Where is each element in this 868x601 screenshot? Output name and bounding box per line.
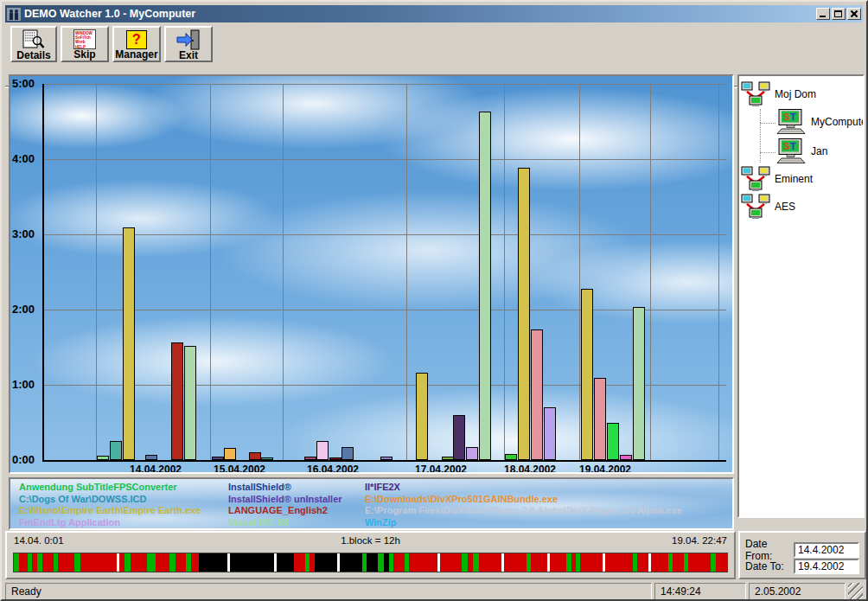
date-range-panel: Date From: Date To:	[738, 531, 866, 579]
timeline-segment	[147, 553, 156, 572]
usage-bar-14.04.2002	[123, 227, 135, 460]
legend-entry: E:\Downloads\DivXPro501GAINBundle.exe	[365, 494, 732, 506]
v-gridline	[650, 84, 651, 460]
date-to-input[interactable]	[794, 559, 859, 574]
minimize-icon	[820, 16, 826, 17]
timeline-segment	[156, 553, 169, 572]
usage-bar-14.04.2002	[110, 441, 122, 460]
v-gridline	[579, 84, 580, 460]
tree-item-label: Eminent	[775, 173, 813, 185]
tree-item-label: AES	[775, 201, 795, 213]
timeline-segment	[393, 553, 405, 572]
tree-item-jan[interactable]: S T Jan	[775, 138, 827, 164]
x-axis-line	[42, 460, 726, 462]
close-button[interactable]	[847, 8, 861, 20]
usage-chart-panel: 0:001:002:003:004:005:0014.04.200215.04.…	[9, 74, 734, 474]
timeline-segment	[176, 553, 187, 572]
legend-entry: E:\Misno\Empire Earth\Empire Earth.exe	[19, 505, 220, 517]
usage-bar-15.04.2002	[261, 457, 273, 460]
x-axis-date-label: 17.04.2002	[415, 464, 467, 472]
timeline-segment	[504, 553, 527, 572]
svg-text:S: S	[783, 141, 789, 151]
timeline-segment	[80, 553, 117, 572]
network-icon	[741, 81, 770, 107]
usage-bar-19.04.2002	[581, 289, 593, 460]
v-gridline	[96, 84, 97, 460]
svg-text:T: T	[790, 112, 796, 122]
usage-bar-18.04.2002	[544, 407, 556, 460]
y-axis-tick: 5:00	[12, 77, 41, 90]
legend-entry: C:\Dogs Of War\DOWSS.ICD	[19, 494, 220, 506]
resize-grip[interactable]	[848, 583, 863, 600]
exit-door-icon	[176, 29, 201, 50]
x-axis-date-label: 19.04.2002	[579, 464, 631, 472]
usage-bar-19.04.2002	[594, 378, 606, 460]
timeline-segment	[531, 553, 547, 572]
legend-entry: InstallShield® unInstaller	[228, 494, 356, 506]
legend-column: II*IFE2XE:\Downloads\DivXPro501GAINBundl…	[356, 479, 732, 528]
tree-item-label: Jan	[811, 145, 827, 157]
timeline-start-label: 14.04. 0:01	[14, 535, 64, 546]
timeline-panel: 14.04. 0:01 1.block = 12h 19.04. 22:47	[5, 531, 736, 579]
usage-bar-17.04.2002	[453, 415, 465, 460]
timeline-segment	[637, 553, 648, 572]
tree-item-mycomputer[interactable]: S T MyComputer	[775, 109, 865, 135]
legend-column: Anwendung SubTitleFPSConverterC:\Dogs Of…	[10, 479, 220, 528]
details-button[interactable]: Details	[10, 26, 57, 62]
manager-button[interactable]: ? Manager	[112, 26, 161, 62]
legend-entry: Anwendung SubTitleFPSConverter	[19, 482, 220, 494]
usage-bar-15.04.2002	[212, 457, 224, 460]
timeline-segment	[131, 553, 147, 572]
status-date: 2.05.2002	[749, 583, 846, 600]
timeline-segment	[191, 553, 200, 572]
usage-bar-19.04.2002	[620, 455, 632, 460]
exit-button[interactable]: Exit	[164, 26, 213, 62]
exit-label: Exit	[179, 50, 198, 61]
computer-icon: S T	[775, 138, 807, 164]
usage-bar-16.04.2002	[304, 457, 316, 460]
timeline-segment	[367, 553, 378, 572]
legend-entry: Visual IRC 98	[228, 517, 356, 529]
title-bar: DEMO Watcher 1.0 - MyComputer	[5, 5, 863, 22]
legend-entry: InstallShield®	[228, 482, 356, 494]
timeline-segment	[440, 553, 463, 572]
usage-bar-14.04.2002	[97, 456, 109, 460]
toolbar: Details WINDOW SoFtTch Worb HELP Skip ? …	[5, 25, 863, 63]
timeline-segment	[315, 553, 337, 572]
timeline-segment	[199, 553, 227, 572]
legend-entry: FmEndLtg Application	[19, 517, 220, 529]
date-to-label: Date To:	[745, 560, 794, 572]
v-gridline	[210, 84, 211, 460]
timeline-segment	[19, 553, 28, 572]
minimize-button[interactable]	[816, 8, 830, 20]
v-gridline	[718, 84, 719, 460]
timeline-segment	[340, 553, 362, 572]
tree-item-aes[interactable]: AES	[741, 194, 795, 220]
date-from-input[interactable]	[794, 542, 859, 558]
tree-item-eminent[interactable]: Eminent	[741, 166, 813, 192]
usage-bar-19.04.2002	[633, 307, 645, 460]
tree-item-moj-dom[interactable]: Moj Dom	[741, 81, 816, 107]
timeline-segment	[651, 553, 667, 572]
x-axis-date-label: 14.04.2002	[130, 464, 182, 472]
y-axis-line	[42, 84, 44, 462]
maximize-button[interactable]	[832, 8, 846, 20]
h-gridline	[43, 84, 726, 85]
skip-button[interactable]: WINDOW SoFtTch Worb HELP Skip	[61, 26, 109, 62]
tree-item-label: MyComputer	[811, 116, 865, 128]
timeline-segment	[58, 553, 74, 572]
timeline-segment	[42, 553, 54, 572]
h-gridline	[43, 385, 726, 386]
timeline-strip	[13, 553, 728, 572]
timeline-end-label: 19.04. 22:47	[672, 535, 727, 546]
legend-entry: WinZip	[365, 517, 732, 529]
manager-label: Manager	[115, 49, 157, 60]
timeline-labels: 14.04. 0:01 1.block = 12h 19.04. 22:47	[14, 535, 727, 548]
timeline-segment	[230, 553, 275, 572]
x-axis-date-label: 15.04.2002	[214, 464, 265, 472]
x-axis-date-label: 16.04.2002	[307, 464, 359, 472]
legend-entry: E:\Program Files\DivX\DivX Player 2.0 Al…	[365, 505, 732, 517]
usage-bar-17.04.2002	[416, 373, 428, 460]
usage-bar-18.04.2002	[531, 329, 543, 460]
y-axis-tick: 4:00	[12, 152, 41, 165]
